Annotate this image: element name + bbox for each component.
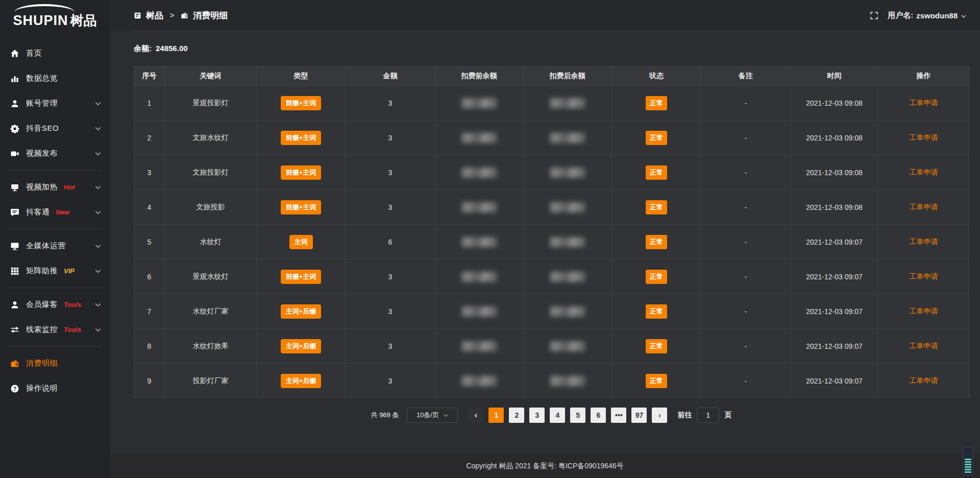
- sidebar-item-7[interactable]: 抖客通New: [0, 200, 110, 225]
- sidebar-item-4[interactable]: 抖音SEO: [0, 116, 110, 141]
- cell-balance-after: [523, 329, 612, 364]
- sidebar-item-9[interactable]: 矩阵助推VIP: [0, 258, 110, 283]
- masked-value: [462, 168, 497, 178]
- page-6-button[interactable]: 6: [591, 408, 606, 423]
- breadcrumb-item-home[interactable]: 树品: [146, 10, 163, 21]
- cell-index: 6: [134, 259, 165, 294]
- cell-remark: -: [701, 225, 791, 259]
- sidebar-item-5[interactable]: 视频发布: [0, 141, 110, 166]
- corner-widget[interactable]: [963, 447, 973, 475]
- user-menu[interactable]: 用户名: zswodun88: [888, 11, 967, 20]
- fullscreen-icon[interactable]: [870, 11, 878, 20]
- work-order-link[interactable]: 工单申请: [910, 307, 938, 315]
- cell-balance-after: [523, 190, 612, 225]
- type-badge: 主词+后缀: [281, 374, 322, 388]
- sidebar-item-8[interactable]: 全媒体运营: [0, 233, 110, 258]
- cell-index: 5: [134, 225, 165, 259]
- sidebar-item-3[interactable]: 账号管理: [0, 91, 110, 116]
- chevron-down-icon: [94, 268, 102, 275]
- type-badge: 前缀+主词: [281, 200, 322, 214]
- cell-balance-after: [523, 155, 612, 190]
- masked-value: [550, 237, 585, 247]
- work-order-link[interactable]: 工单申请: [910, 203, 938, 211]
- page-97-button[interactable]: 97: [631, 408, 647, 423]
- sidebar: SHUPIN 树品 首页数据总览账号管理抖音SEO视频发布视频加热Hot抖客通N…: [0, 0, 110, 478]
- cell-index: 4: [134, 190, 165, 225]
- cell-balance-after: [523, 121, 612, 155]
- cell-balance-before: [435, 155, 523, 190]
- sidebar-item-2[interactable]: 数据总览: [0, 66, 110, 91]
- column-header: 金额: [346, 66, 435, 86]
- sidebar-item-tag: New: [56, 208, 70, 216]
- cell-amount: 3: [346, 364, 435, 398]
- masked-value: [550, 133, 585, 143]
- page-5-button[interactable]: 5: [570, 408, 585, 423]
- work-order-link[interactable]: 工单申请: [910, 133, 938, 141]
- cell-type: 主词+后缀: [257, 294, 346, 329]
- type-badge: 前缀+主词: [281, 96, 322, 110]
- sidebar-item-label: 数据总览: [26, 74, 58, 83]
- cell-action: 工单申请: [878, 329, 969, 364]
- work-order-link[interactable]: 工单申请: [910, 168, 938, 176]
- cell-remark: -: [701, 364, 791, 398]
- page-1-button[interactable]: 1: [488, 408, 504, 423]
- user-icon: [10, 99, 19, 108]
- chevron-down-icon: [94, 301, 102, 308]
- cell-balance-before: [435, 86, 523, 121]
- cell-action: 工单申请: [878, 121, 969, 155]
- main-content: 余额:24856.00 序号关键词类型金额扣费前余额扣费后余额状态备注时间操作 …: [110, 31, 980, 455]
- previous-page-button[interactable]: ‹: [468, 408, 483, 423]
- sidebar-item-label: 线索监控: [26, 325, 58, 334]
- username-value: zswodun88: [916, 11, 958, 20]
- page-4-button[interactable]: 4: [550, 408, 565, 423]
- status-badge: 正常: [646, 304, 667, 319]
- masked-value: [550, 168, 585, 178]
- cell-index: 2: [134, 121, 165, 155]
- cell-amount: 3: [346, 121, 435, 155]
- cell-index: 1: [134, 86, 165, 121]
- cell-index: 7: [134, 294, 165, 329]
- cell-time: 2021-12-03 09:07: [791, 364, 878, 398]
- chevron-down-icon: [443, 413, 449, 418]
- column-header: 时间: [791, 66, 878, 86]
- work-order-link[interactable]: 工单申请: [910, 237, 938, 246]
- pagination-jump: 前往 页: [677, 408, 731, 423]
- sidebar-item-11[interactable]: 线索监控Tools: [0, 317, 110, 342]
- work-order-link[interactable]: 工单申请: [910, 272, 938, 280]
- cell-action: 工单申请: [878, 86, 969, 121]
- cell-index: 8: [134, 329, 165, 364]
- next-page-button[interactable]: ›: [652, 408, 667, 423]
- sidebar-item-6[interactable]: 视频加热Hot: [0, 175, 110, 200]
- cell-action: 工单申请: [878, 155, 969, 190]
- sidebar-item-1[interactable]: 首页: [0, 41, 110, 66]
- cell-time: 2021-12-03 09:07: [791, 294, 878, 329]
- sidebar-item-10[interactable]: 会员爆客Tools: [0, 292, 110, 317]
- work-order-link[interactable]: 工单申请: [910, 99, 938, 107]
- sidebar-item-12[interactable]: 消费明细: [0, 351, 110, 376]
- cell-amount: 3: [346, 155, 435, 190]
- masked-value: [462, 376, 497, 386]
- page-number-group: 123456•••97: [488, 408, 647, 423]
- wallet-icon: [10, 359, 19, 368]
- page-size-select[interactable]: 10条/页: [407, 408, 458, 423]
- sidebar-item-13[interactable]: ?操作说明: [0, 376, 110, 401]
- sidebar-divider: [7, 229, 103, 229]
- work-order-link[interactable]: 工单申请: [910, 342, 938, 350]
- page-3-button[interactable]: 3: [529, 408, 545, 423]
- copyright-text: Copyright 树品 2021 备案号: 粤ICP备09019646号: [466, 462, 623, 471]
- question-icon: ?: [10, 384, 19, 393]
- chevron-down-icon: [94, 150, 102, 157]
- work-order-link[interactable]: 工单申请: [910, 376, 938, 385]
- sidebar-item-label: 账号管理: [26, 99, 58, 108]
- cell-remark: -: [701, 86, 791, 121]
- table-row: 1景观投影灯前缀+主词3正常-2021-12-03 09:08工单申请: [134, 86, 969, 121]
- type-badge: 前缀+主词: [281, 131, 322, 145]
- page-2-button[interactable]: 2: [509, 408, 524, 423]
- chart-icon: [10, 74, 19, 83]
- grid-icon: [10, 267, 19, 276]
- jump-page-input[interactable]: [697, 408, 719, 423]
- page-ellipsis-button[interactable]: •••: [611, 408, 626, 423]
- cell-balance-after: [523, 294, 612, 329]
- status-badge: 正常: [646, 165, 667, 180]
- cell-index: 3: [134, 155, 165, 190]
